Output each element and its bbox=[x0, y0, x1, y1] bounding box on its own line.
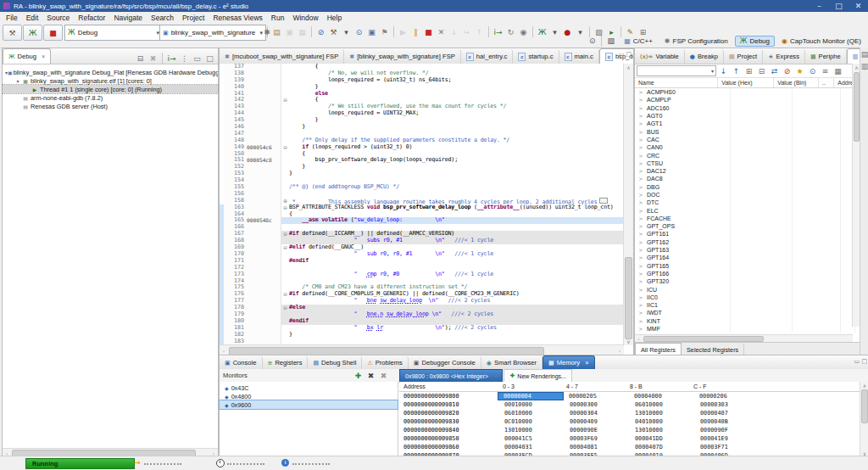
register-row[interactable]: >GPT161 bbox=[635, 230, 860, 238]
register-row[interactable]: >KINT bbox=[635, 317, 860, 325]
instruction-stepping-icon[interactable]: i→ bbox=[492, 28, 504, 36]
memory-value-cell[interactable]: 13010000 bbox=[629, 410, 694, 417]
register-row[interactable]: >CAN0 bbox=[635, 143, 860, 151]
bottom-panel-minmax-icons[interactable]: ▭ □ bbox=[854, 358, 867, 365]
build-hammer-icon[interactable]: ⚒ bbox=[3, 25, 22, 41]
launch-config-combo[interactable]: ▣ blinky_swap_with_signature Debu ▾ bbox=[159, 25, 266, 41]
step-return-icon[interactable]: ↑ bbox=[473, 28, 486, 36]
info-icon[interactable]: i bbox=[281, 459, 289, 467]
register-row[interactable]: >BUS bbox=[635, 127, 860, 135]
editor-tab[interactable]: cmain.c bbox=[559, 49, 599, 64]
expand-icon[interactable]: > bbox=[635, 278, 647, 284]
memory-value-cell[interactable]: 000041DD bbox=[629, 435, 694, 442]
tab-all-registers[interactable]: All Registers bbox=[635, 343, 682, 355]
memory-value-cell[interactable]: 00000205 bbox=[563, 393, 628, 400]
expand-icon[interactable]: > bbox=[635, 310, 647, 316]
close-icon[interactable]: × bbox=[42, 53, 45, 60]
code-line[interactable]: 151000054c8 bsp_prv_software_delay_loop(… bbox=[220, 157, 624, 164]
column-header-value-hex-[interactable]: Value (Hex) bbox=[718, 78, 774, 87]
memory-value-cell[interactable]: 0000090E bbox=[564, 427, 629, 434]
memory-value-cell[interactable]: 13010000 bbox=[629, 427, 694, 434]
code-line[interactable]: 176⊖#if defined(__CORE_CM0PLUS_M_GENERIC… bbox=[220, 291, 624, 298]
code-line[interactable]: 141 else bbox=[220, 91, 624, 98]
tab-selected-registers[interactable]: Selected Registers bbox=[682, 344, 744, 355]
register-row[interactable]: >IIC0 bbox=[635, 294, 860, 301]
find-register-icon[interactable]: ⊙ bbox=[806, 67, 819, 76]
memory-value-cell[interactable]: 00004031 bbox=[498, 444, 564, 450]
fold-marker-icon[interactable]: ⊖ bbox=[281, 144, 289, 151]
memory-column-4-7[interactable]: 4 - 7 bbox=[562, 383, 626, 389]
menu-item-renesas-views[interactable]: Renesas Views bbox=[209, 14, 266, 22]
memory-address-cell[interactable]: 0000000000009820 bbox=[399, 410, 498, 417]
memory-value-cell[interactable]: 000041E9 bbox=[694, 435, 760, 442]
register-row[interactable]: >DTC bbox=[635, 199, 860, 206]
menu-item-file[interactable]: File bbox=[2, 14, 22, 22]
scroll-up-icon[interactable]: ↑ bbox=[730, 67, 743, 76]
code-line[interactable]: 152 } bbox=[220, 164, 624, 171]
editor-minmax-icons[interactable]: ▭ □ bbox=[619, 51, 632, 58]
save-registers-icon[interactable]: ▦ bbox=[832, 67, 844, 76]
register-row[interactable]: >CRC bbox=[635, 151, 860, 159]
view-tab-variable[interactable]: (x)=Variable bbox=[635, 49, 685, 64]
terminate-icon[interactable]: ■ bbox=[422, 28, 435, 36]
open-console-icon[interactable]: ▣ bbox=[365, 28, 378, 36]
close-tab-icon[interactable]: × bbox=[585, 359, 588, 366]
register-row[interactable]: >DBG bbox=[635, 183, 860, 191]
fold-marker-icon[interactable]: ⊖ bbox=[281, 231, 289, 238]
register-row[interactable]: >GPT165 bbox=[635, 262, 860, 270]
register-row[interactable]: >ADC160 bbox=[635, 104, 860, 112]
memory-value-cell[interactable]: 0000407D bbox=[629, 444, 694, 450]
code-editor[interactable]: 137 {138 /* No, we will not overflow. */… bbox=[220, 64, 624, 345]
code-line[interactable]: 181 " bx lr \n"); ///< 2 cycles bbox=[220, 325, 624, 332]
expand-icon[interactable]: > bbox=[635, 215, 647, 221]
register-row[interactable]: >AGT1 bbox=[635, 120, 860, 127]
build-all-icon[interactable]: ⚒ bbox=[327, 28, 340, 36]
add-favorite-icon[interactable]: ★ bbox=[793, 67, 806, 76]
code-line[interactable]: 158⊕ * This assembly language routine ta… bbox=[220, 198, 624, 204]
expand-icon[interactable]: > bbox=[635, 153, 647, 159]
register-row[interactable]: >GPT166 bbox=[635, 270, 860, 277]
code-line[interactable]: 174 bbox=[220, 278, 624, 285]
memory-value-cell[interactable]: 00000407 bbox=[694, 410, 760, 417]
menu-item-run[interactable]: Run bbox=[267, 14, 289, 22]
memory-value-cell[interactable]: 00003F69 bbox=[564, 435, 629, 442]
memory-value-cell[interactable]: 00000004 bbox=[498, 393, 563, 400]
build-dropdown-icon[interactable]: ▾ bbox=[340, 28, 353, 36]
code-line[interactable]: 148 /** Only delay if the supplied param… bbox=[220, 137, 624, 144]
code-line[interactable]: 153} bbox=[220, 171, 624, 177]
expand-icon[interactable]: > bbox=[635, 137, 647, 143]
editor-tab[interactable]: chal_entry.c bbox=[461, 49, 514, 64]
skip-breakpoints-icon[interactable]: ⊘ bbox=[314, 28, 327, 36]
expand-icon[interactable]: > bbox=[635, 294, 647, 300]
memory-column-8-b[interactable]: 8 - B bbox=[626, 383, 689, 389]
expand-icon[interactable]: > bbox=[635, 302, 647, 308]
code-line[interactable]: 178⊖#else bbox=[220, 305, 624, 311]
debug-mode-combo[interactable]: Ж Debug ▾ bbox=[64, 25, 163, 41]
open-perspective-icon[interactable]: ▧ bbox=[604, 36, 617, 45]
fold-marker-icon[interactable]: ⊖ bbox=[281, 291, 289, 298]
editor-tab[interactable]: ✱[blinky_swap_with_signature] FSP bbox=[344, 49, 461, 64]
remove-memory-monitor-icon[interactable]: ✖ bbox=[364, 372, 377, 380]
memory-rendering-tab[interactable]: ✚New Renderings... bbox=[504, 369, 571, 383]
restore-minimized-view-icon[interactable]: ▥ bbox=[859, 62, 868, 70]
register-row[interactable]: >MMF bbox=[635, 325, 860, 333]
profile-icon[interactable]: ◉ bbox=[517, 28, 530, 36]
expand-icon[interactable]: > bbox=[635, 223, 647, 229]
editor-tab[interactable]: ✱[mcuboot_swap_with_signature] FSP bbox=[220, 49, 344, 64]
view-tab-console[interactable]: ▣Console bbox=[220, 356, 263, 369]
expand-icon[interactable]: > bbox=[635, 89, 647, 95]
register-row[interactable]: >ACMPLP bbox=[635, 96, 860, 104]
memory-vscrollbar[interactable]: ∧ ∨ bbox=[860, 382, 868, 457]
step-into-icon[interactable]: ↓ bbox=[448, 28, 460, 36]
restart-icon[interactable]: ↻ bbox=[504, 28, 517, 36]
view-tab-project[interactable]: ▤Project bbox=[724, 49, 763, 64]
expand-icon[interactable]: > bbox=[635, 192, 647, 198]
register-table-header[interactable]: NameValue (Hex)Value (Bin)..Address bbox=[635, 78, 860, 88]
stop-monitoring-icon[interactable]: ⊘ bbox=[781, 67, 793, 76]
code-line[interactable]: 150 { bbox=[220, 151, 624, 158]
view-tab-debug-shell[interactable]: ▤Debug Shell bbox=[308, 356, 362, 369]
code-line[interactable]: 149000054c6⊖ if (loops_required > (uint3… bbox=[220, 144, 624, 151]
menu-item-source[interactable]: Source bbox=[42, 14, 74, 22]
expand-icon[interactable]: > bbox=[635, 184, 647, 190]
tree-expander-icon[interactable]: ▾ bbox=[14, 78, 21, 84]
